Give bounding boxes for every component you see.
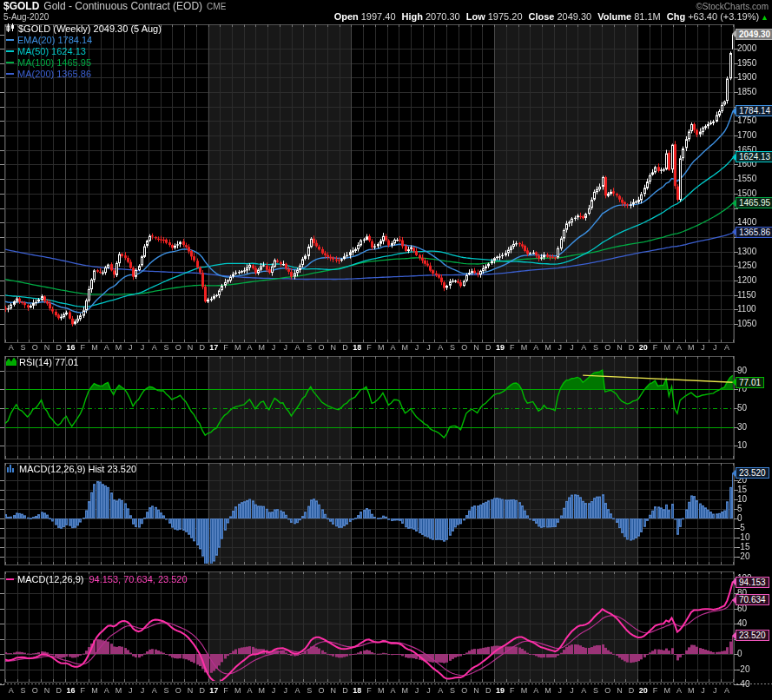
x-axis-labels-main: ASOND16FMAMJJASOND17FMAMJJASOND18FMAMJJA… <box>0 343 772 353</box>
price-value-box: 1624.13 <box>736 151 772 162</box>
overlay-legend-label: MA(50) 1624.13 <box>17 46 86 56</box>
price-axis-tick-label: 1100 <box>737 305 772 314</box>
macd-axis-tick-label: 0 <box>737 650 772 658</box>
macd-hist-axis-tick-label: -15 <box>737 543 772 551</box>
price-value-box: 1365.86 <box>736 227 772 238</box>
line-swatch-icon <box>6 39 14 41</box>
rsi-value-box: 77.01 <box>736 377 764 388</box>
month-label: A <box>719 686 735 696</box>
macd-hist-legend-text: MACD(12,26,9) Hist 23.520 <box>19 464 136 474</box>
low-value: 1975.20 <box>488 11 523 22</box>
volume-value: 81.1M <box>634 11 661 22</box>
price-axis-tick-label: 2000 <box>737 44 772 53</box>
rsi-axis-tick-label: 50 <box>737 404 772 413</box>
macd-axis-tick-label: 40 <box>737 619 772 628</box>
copyright-link[interactable]: ©StockCharts.com <box>696 2 769 11</box>
price-axis-tick-label: 1300 <box>737 248 772 256</box>
area-chart-icon <box>6 357 16 367</box>
line-swatch-icon <box>6 62 14 63</box>
macd-legend-values: 94.153, 70.634, 23.520 <box>89 574 187 584</box>
line-swatch-icon <box>6 50 14 52</box>
price-value-box: 1784.14 <box>736 105 772 116</box>
ticker-title: Gold - Continuous Contract (EOD) <box>43 0 202 12</box>
change-label: Chg <box>667 11 685 22</box>
price-value-box: 2049.30 <box>736 29 772 40</box>
chart-date: 5-Aug-2020 <box>3 12 49 22</box>
macd-hist-axis-tick-label: 15 <box>737 485 772 494</box>
quote-summary: Open1997.40High2070.30Low1975.20Close204… <box>328 11 769 22</box>
price-axis-tick-label: 1950 <box>737 59 772 68</box>
exchange-label: CME <box>207 2 226 11</box>
price-axis-tick-label: 1050 <box>737 320 772 328</box>
price-axis-tick-label: 1900 <box>737 73 772 82</box>
price-axis-tick-label: 1250 <box>737 261 772 270</box>
title-row: $GOLD Gold - Continuous Contract (EOD) C… <box>3 0 769 11</box>
close-value: 2049.30 <box>557 11 591 22</box>
high-value: 2070.30 <box>426 11 460 22</box>
low-label: Low <box>466 11 485 22</box>
line-swatch-icon <box>6 73 14 75</box>
change-up-arrow-icon: ▲ <box>761 13 769 22</box>
macd-axis-tick-label: -20 <box>737 665 772 674</box>
high-label: High <box>402 11 423 22</box>
price-axis-tick-label: 1200 <box>737 276 772 285</box>
rsi-axis-tick-label: 90 <box>737 367 772 375</box>
histogram-icon <box>6 464 16 474</box>
rsi-axis-tick-label: 30 <box>737 423 772 432</box>
close-label: Close <box>529 11 555 22</box>
price-axis-tick-label: 1700 <box>737 131 772 140</box>
macd-hist-axis-tick-label: 0 <box>737 514 772 523</box>
overlay-legend-item: MA(100) 1465.95 <box>6 57 91 68</box>
macd-value-box: 23.520 <box>736 630 769 641</box>
line-swatch-icon <box>6 578 14 580</box>
price-axis-tick-label: 1150 <box>737 291 772 300</box>
overlay-legend-item: MA(50) 1624.13 <box>6 46 86 56</box>
macd-hist-axis-tick-label: 10 <box>737 495 772 504</box>
stockcharts-chart-page: $GOLD Gold - Continuous Contract (EOD) C… <box>0 0 772 700</box>
candlestick-icon <box>6 23 16 34</box>
overlay-legend-item: EMA(20) 1784.14 <box>6 35 92 45</box>
macd-legend: MACD(12,26,9) 94.153, 70.634, 23.520 <box>6 574 188 584</box>
month-label: A <box>719 343 735 353</box>
hist-value-box: 23.520 <box>736 467 769 479</box>
rsi-legend: RSI(14) 77.01 <box>6 357 78 367</box>
volume-label: Volume <box>597 11 631 22</box>
price-axis-tick-label: 1750 <box>737 116 772 125</box>
price-axis-tick-label: 1850 <box>737 88 772 96</box>
rsi-legend-text: RSI(14) 77.01 <box>19 357 78 367</box>
macd-value-box: 94.153 <box>736 577 769 588</box>
overlay-legend-label: MA(100) 1465.95 <box>17 57 91 68</box>
macd-hist-axis-tick-label: 5 <box>737 505 772 513</box>
overlay-legend-label: EMA(20) 1784.14 <box>17 35 92 45</box>
overlay-legend-label: MA(200) 1365.86 <box>17 69 91 79</box>
ticker-symbol: $GOLD <box>3 0 39 12</box>
price-legend-text: $GOLD (Weekly) 2049.30 (5 Aug) <box>18 23 162 34</box>
price-axis-tick-label: 1550 <box>737 175 772 183</box>
macd-hist-legend: MACD(12,26,9) Hist 23.520 <box>6 464 136 474</box>
macd-legend-name: MACD(12,26,9) <box>17 574 83 584</box>
rsi-axis-tick-label: 10 <box>737 441 772 450</box>
price-legend-title: $GOLD (Weekly) 2049.30 (5 Aug) <box>6 23 162 34</box>
change-value: +63.40 (+3.19%) <box>688 11 759 22</box>
macd-hist-axis-tick-label: -20 <box>737 552 772 561</box>
quote-row: 5-Aug-2020 Open1997.40High2070.30Low1975… <box>3 11 769 23</box>
x-axis-labels-bottom: ASOND16FMAMJJASOND17FMAMJJASOND18FMAMJJA… <box>0 686 772 696</box>
open-value: 1997.40 <box>361 11 396 22</box>
macd-hist-axis-tick-label: -10 <box>737 533 772 542</box>
macd-hist-axis-tick-label: -5 <box>737 524 772 532</box>
overlay-legend-item: MA(200) 1365.86 <box>6 69 91 79</box>
price-value-box: 1465.95 <box>736 197 772 208</box>
open-label: Open <box>334 11 359 22</box>
macd-value-box: 70.634 <box>736 594 769 605</box>
